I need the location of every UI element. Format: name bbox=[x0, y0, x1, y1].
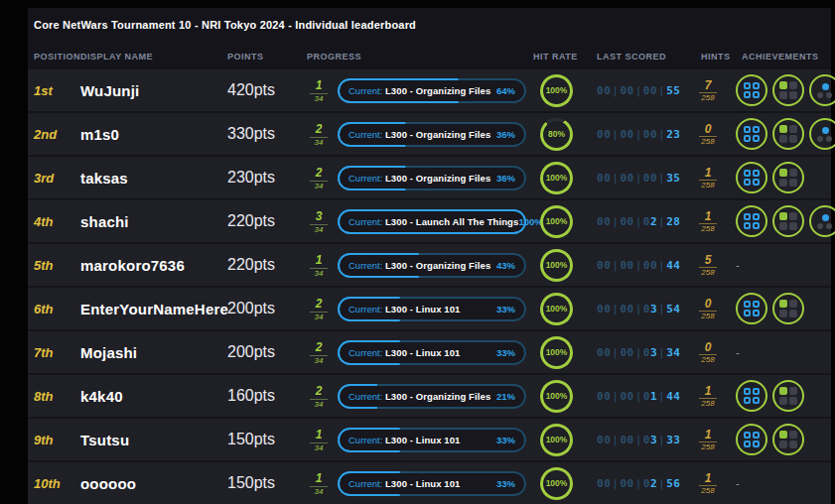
digit-separator: | bbox=[657, 215, 666, 228]
digit-separator: | bbox=[657, 84, 666, 97]
no-achievements-dash: - bbox=[736, 346, 740, 358]
dots-blue-icon bbox=[817, 83, 834, 98]
hints-fraction: 1 258 bbox=[696, 382, 720, 409]
progress-capsule: Current: L300 - Organizing Files 43% bbox=[338, 253, 526, 278]
current-level-label: Current: L300 - Launch All The Things bbox=[348, 216, 518, 227]
hints-cell: 1 258 bbox=[696, 207, 718, 236]
grid-outline-blue-icon bbox=[744, 388, 760, 404]
progress-percent: 43% bbox=[496, 260, 515, 271]
last-scored: 00|00|03|33 bbox=[597, 434, 674, 446]
position-cell: 6th bbox=[34, 302, 80, 316]
current-level-label: Current: L300 - Organizing Files bbox=[348, 173, 490, 184]
points: 230pts bbox=[227, 169, 307, 187]
progress-cell: 2 34 Current: L300 - Organizing Files 21… bbox=[307, 382, 537, 409]
progress-cell: 1 34 Current: L300 - Organizing Files 43… bbox=[307, 251, 537, 278]
hit-rate-value: 100% bbox=[543, 296, 570, 322]
digit-separator: | bbox=[657, 172, 666, 185]
achievement-badge bbox=[772, 162, 804, 193]
progress-capsule: Current: L300 - Linux 101 33% bbox=[338, 471, 526, 496]
last-scored: 00|00|01|44 bbox=[597, 390, 674, 403]
no-achievements-dash: - bbox=[736, 259, 740, 271]
hit-rate-value: 100% bbox=[543, 165, 570, 191]
last-scored: 00|00|03|34 bbox=[597, 346, 674, 359]
dots-blue-icon bbox=[817, 214, 834, 229]
column-header-points: POINTS bbox=[227, 52, 307, 62]
progress-fraction: 2 34 bbox=[307, 120, 331, 147]
progress-fraction: 1 34 bbox=[307, 251, 331, 278]
progress-cell: 2 34 Current: L300 - Organizing Files 36… bbox=[307, 164, 537, 190]
display-name: k4k40 bbox=[80, 388, 227, 405]
last-scored: 00|00|00|35 bbox=[597, 172, 674, 185]
leaderboard-title: Core NetWars Tournament 10 - NRI Tokyo 2… bbox=[28, 8, 831, 31]
column-header-last-scored: LAST SCORED bbox=[597, 52, 674, 62]
hit-rate-cell: 100% bbox=[537, 336, 581, 369]
progress-percent: 21% bbox=[496, 391, 515, 402]
progress-capsule: Current: L300 - Organizing Files 36% bbox=[338, 166, 526, 190]
digit-separator: | bbox=[611, 259, 620, 272]
last-scored: 00|00|03|54 bbox=[597, 303, 674, 315]
grid-filled-green-icon bbox=[779, 125, 797, 143]
hit-rate-ring: 100% bbox=[540, 162, 573, 194]
progress-capsule: Current: L300 - Linux 101 33% bbox=[338, 428, 526, 452]
hints-cell: 0 258 bbox=[696, 120, 718, 149]
grid-filled-green-icon bbox=[779, 81, 797, 99]
progress-cell: 3 34 Current: L300 - Launch All The Thin… bbox=[307, 207, 537, 234]
hit-rate-ring: 100% bbox=[540, 249, 573, 282]
no-achievements-dash: - bbox=[736, 477, 740, 489]
progress-fraction: 2 34 bbox=[307, 338, 331, 365]
progress-cell: 2 34 Current: L300 - Linux 101 33% bbox=[307, 295, 537, 321]
hints-fraction: 1 258 bbox=[696, 426, 720, 452]
digit-separator: | bbox=[634, 128, 643, 141]
digit-separator: | bbox=[634, 215, 643, 228]
achievement-badge bbox=[736, 74, 767, 106]
hit-rate-ring: 100% bbox=[540, 74, 573, 107]
position-cell: 7th bbox=[34, 345, 80, 360]
display-name: WuJunji bbox=[80, 82, 227, 99]
progress-capsule: Current: L300 - Organizing Files 36% bbox=[338, 122, 526, 147]
progress-fraction: 2 34 bbox=[307, 295, 331, 321]
current-level-label: Current: L300 - Organizing Files bbox=[348, 129, 490, 140]
hints-cell: 1 258 bbox=[696, 164, 718, 192]
hints-cell: 0 258 bbox=[696, 338, 718, 367]
achievements-cell bbox=[736, 162, 831, 193]
hit-rate-ring: 100% bbox=[540, 293, 573, 325]
digit-separator: | bbox=[611, 434, 620, 446]
progress-fraction: 3 34 bbox=[307, 207, 331, 234]
progress-cell: 1 34 Current: L300 - Organizing Files 64… bbox=[307, 76, 537, 103]
grid-outline-blue-icon bbox=[744, 126, 760, 142]
achievement-badge bbox=[772, 205, 804, 237]
hit-rate-cell: 100% bbox=[537, 162, 581, 194]
hit-rate-ring: 80% bbox=[540, 118, 573, 151]
achievement-badge bbox=[809, 205, 835, 237]
table-row: 4th shachi 220pts 3 34 Current: L300 - L… bbox=[28, 200, 831, 242]
achievements-cell bbox=[736, 74, 835, 106]
position-cell: 9th bbox=[34, 433, 80, 447]
display-name: shachi bbox=[80, 213, 227, 230]
grid-outline-blue-icon bbox=[744, 170, 760, 186]
achievements-cell bbox=[736, 118, 835, 150]
digit-separator: | bbox=[634, 346, 643, 359]
hit-rate-cell: 100% bbox=[537, 467, 581, 500]
digit-separator: | bbox=[634, 434, 643, 446]
display-name: m1s0 bbox=[80, 126, 227, 143]
achievements-cell bbox=[736, 293, 831, 324]
points: 220pts bbox=[227, 212, 307, 230]
hints-cell: 1 258 bbox=[696, 426, 718, 454]
points: 220pts bbox=[227, 256, 307, 274]
hints-fraction: 7 258 bbox=[696, 76, 720, 103]
hit-rate-ring: 100% bbox=[540, 205, 573, 238]
progress-capsule: Current: L300 - Organizing Files 21% bbox=[338, 384, 526, 409]
digit-separator: | bbox=[634, 477, 643, 490]
points: 150pts bbox=[227, 474, 307, 492]
column-header-achievements: ACHIEVEMENTS bbox=[742, 52, 831, 62]
achievements-cell bbox=[736, 380, 831, 412]
points: 420pts bbox=[227, 81, 307, 99]
last-scored: 00|00|00|44 bbox=[597, 259, 674, 272]
last-scored: 00|00|00|55 bbox=[597, 84, 674, 97]
points: 200pts bbox=[227, 343, 307, 361]
column-header-position: POSITION bbox=[34, 52, 80, 62]
dots-blue-icon bbox=[817, 127, 834, 142]
hit-rate-value: 100% bbox=[543, 427, 570, 453]
progress-percent: 33% bbox=[496, 347, 515, 358]
grid-filled-green-icon bbox=[779, 431, 797, 448]
